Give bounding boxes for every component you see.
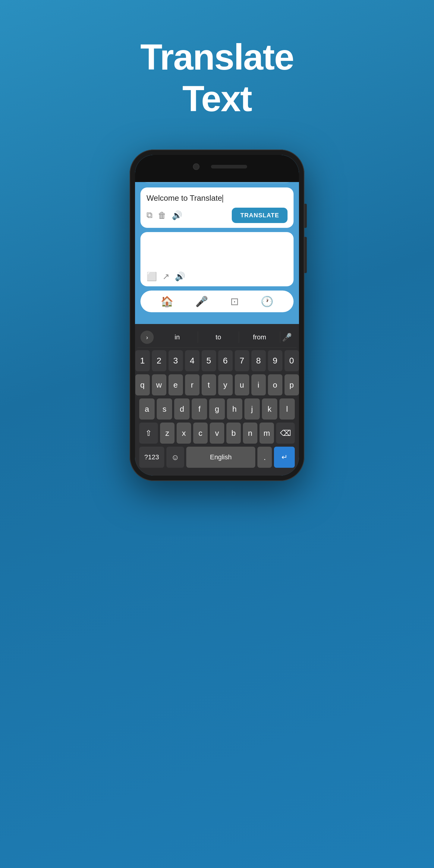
key-k[interactable]: k [262, 398, 277, 420]
headline-line1: Translate [141, 36, 294, 78]
key-j[interactable]: j [244, 398, 260, 420]
key-3[interactable]: 3 [168, 350, 183, 371]
key-d[interactable]: d [174, 398, 190, 420]
phone-side-btn-top [304, 204, 307, 228]
phone-mockup: English ▾ ⇄ Ukrainian ▾ [130, 150, 304, 481]
headline-line2: Text [141, 78, 294, 119]
emoji-key[interactable]: ☺ [166, 447, 184, 468]
speak-input-button[interactable]: 🔊 [172, 210, 182, 220]
keyboard-bottom-row: ?123 ☺ English . ↵ [139, 447, 295, 474]
key-q[interactable]: q [135, 374, 150, 396]
copy-output-button[interactable]: ⬜ [147, 272, 157, 281]
suggestion-1[interactable]: in [157, 332, 198, 343]
phone-speaker [211, 165, 247, 168]
phone-screen: English ▾ ⇄ Ukrainian ▾ [135, 155, 299, 475]
key-l[interactable]: l [279, 398, 295, 420]
backspace-key[interactable]: ⌫ [276, 423, 295, 444]
phone-notch [135, 155, 299, 182]
letter-row-2: a s d f g h j k l [139, 398, 295, 420]
input-card: Welcome to Translate ⧉ 🗑 🔊 TRANSLATE [141, 187, 293, 228]
phone-side-btn-mid [304, 237, 307, 273]
key-t[interactable]: t [202, 374, 216, 396]
microphone-nav-button[interactable]: 🎤 [195, 296, 208, 307]
keyboard-suggestions: › in to from 🎤 [137, 327, 297, 348]
key-s[interactable]: s [157, 398, 172, 420]
cursor [222, 195, 223, 203]
speak-output-button[interactable]: 🔊 [175, 272, 185, 281]
key-5[interactable]: 5 [202, 350, 216, 371]
key-n[interactable]: n [243, 423, 257, 444]
key-a[interactable]: a [139, 398, 155, 420]
key-0[interactable]: 0 [284, 350, 299, 371]
input-text-content: Welcome to Translate [147, 193, 222, 203]
output-card: ⬜ ↗ 🔊 [141, 232, 293, 286]
input-action-icons: ⧉ 🗑 🔊 [147, 210, 182, 220]
key-x[interactable]: x [177, 423, 191, 444]
suggestion-2[interactable]: to [198, 332, 239, 343]
history-nav-button[interactable]: 🕐 [261, 296, 273, 307]
key-p[interactable]: p [284, 374, 299, 396]
shift-key[interactable]: ⇧ [139, 423, 158, 444]
key-m[interactable]: m [259, 423, 274, 444]
key-b[interactable]: b [226, 423, 241, 444]
front-camera [193, 163, 199, 170]
key-o[interactable]: o [268, 374, 282, 396]
keyboard-rows: 1 2 3 4 5 6 7 8 9 0 q w [137, 348, 297, 475]
key-4[interactable]: 4 [185, 350, 199, 371]
output-text-area [147, 238, 287, 268]
key-z[interactable]: z [160, 423, 175, 444]
space-key[interactable]: English [186, 447, 255, 468]
key-y[interactable]: y [218, 374, 233, 396]
key-v[interactable]: v [210, 423, 224, 444]
key-f[interactable]: f [192, 398, 207, 420]
phone-outer: English ▾ ⇄ Ukrainian ▾ [130, 150, 304, 481]
input-text-display: Welcome to Translate [147, 193, 287, 203]
key-h[interactable]: h [227, 398, 242, 420]
app-headline: Translate Text [141, 36, 294, 119]
bottom-navigation: 🏠 🎤 ⊡ 🕐 [141, 290, 293, 312]
delete-input-button[interactable]: 🗑 [158, 210, 166, 220]
translate-button[interactable]: TRANSLATE [232, 208, 287, 223]
period-key[interactable]: . [257, 447, 272, 468]
key-r[interactable]: r [185, 374, 199, 396]
letter-row-1: q w e r t y u i o p [139, 374, 295, 396]
output-action-icons: ⬜ ↗ 🔊 [147, 272, 287, 281]
letter-row-3: ⇧ z x c v b n m ⌫ [139, 423, 295, 444]
number-switch-key[interactable]: ?123 [139, 447, 164, 468]
enter-key[interactable]: ↵ [274, 447, 295, 468]
key-g[interactable]: g [209, 398, 224, 420]
keyboard-expand-button[interactable]: › [141, 331, 154, 344]
keyboard-mic-button[interactable]: 🎤 [280, 331, 293, 344]
key-6[interactable]: 6 [218, 350, 233, 371]
key-2[interactable]: 2 [152, 350, 166, 371]
copy-input-button[interactable]: ⧉ [147, 210, 153, 220]
key-9[interactable]: 9 [268, 350, 282, 371]
key-8[interactable]: 8 [251, 350, 266, 371]
input-actions: ⧉ 🗑 🔊 TRANSLATE [147, 208, 287, 223]
key-i[interactable]: i [251, 374, 266, 396]
share-output-button[interactable]: ↗ [162, 272, 169, 281]
key-w[interactable]: w [152, 374, 166, 396]
key-1[interactable]: 1 [135, 350, 150, 371]
key-c[interactable]: c [193, 423, 208, 444]
key-7[interactable]: 7 [235, 350, 249, 371]
key-u[interactable]: u [235, 374, 249, 396]
number-row: 1 2 3 4 5 6 7 8 9 0 [139, 350, 295, 371]
home-nav-button[interactable]: 🏠 [161, 296, 173, 307]
suggestion-3[interactable]: from [239, 332, 280, 343]
key-e[interactable]: e [168, 374, 183, 396]
camera-nav-button[interactable]: ⊡ [230, 296, 239, 307]
